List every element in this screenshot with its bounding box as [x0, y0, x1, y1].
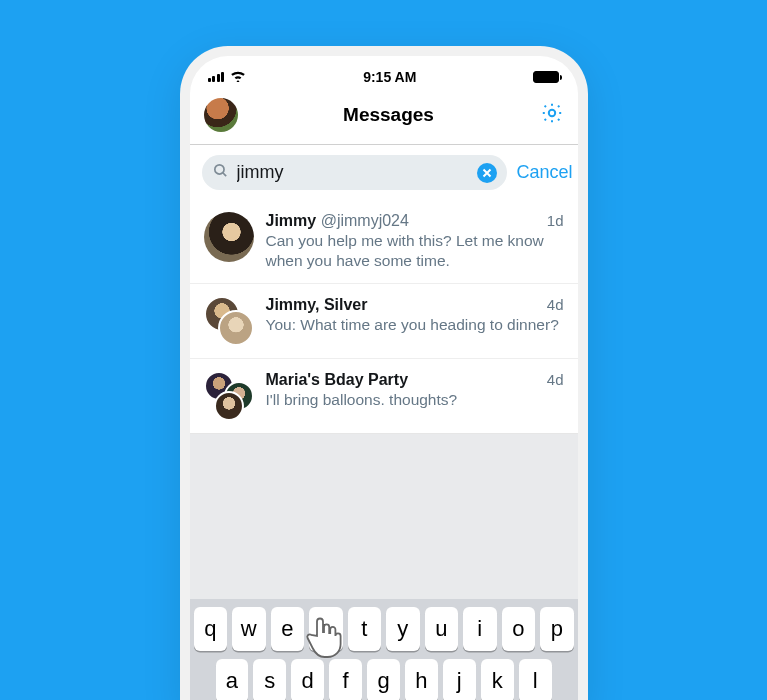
- battery-icon: [533, 71, 559, 83]
- key-i[interactable]: i: [463, 607, 497, 651]
- svg-line-2: [222, 173, 225, 176]
- key-j[interactable]: j: [443, 659, 476, 700]
- conversation-name: Maria's Bday Party: [266, 371, 409, 388]
- key-a[interactable]: a: [216, 659, 249, 700]
- phone-frame: 9:15 AM Messages: [180, 46, 588, 700]
- key-y[interactable]: y: [386, 607, 420, 651]
- key-r[interactable]: r: [309, 607, 343, 651]
- keyboard: qwertyuiop asdfghjkl: [190, 599, 578, 700]
- key-u[interactable]: u: [425, 607, 459, 651]
- search-box[interactable]: [202, 155, 507, 190]
- conversation-row[interactable]: Jimmy, Silver 4d You: What time are you …: [190, 283, 578, 358]
- keyboard-row-1: qwertyuiop: [194, 607, 574, 659]
- cell-signal-icon: [208, 72, 225, 82]
- conversation-handle: @jimmyj024: [321, 212, 409, 229]
- empty-space: [190, 434, 578, 599]
- conversation-preview: Can you help me with this? Let me know w…: [266, 231, 564, 271]
- key-l[interactable]: l: [519, 659, 552, 700]
- key-d[interactable]: d: [291, 659, 324, 700]
- key-f[interactable]: f: [329, 659, 362, 700]
- svg-point-1: [214, 165, 223, 174]
- conversation-time: 1d: [547, 212, 564, 230]
- conversation-list: Jimmy @jimmyj024 1d Can you help me with…: [190, 200, 578, 434]
- key-k[interactable]: k: [481, 659, 514, 700]
- status-time: 9:15 AM: [363, 69, 416, 85]
- conversation-name: Jimmy: [266, 212, 317, 229]
- keyboard-row-2: asdfghjkl: [194, 659, 574, 700]
- conversation-time: 4d: [547, 296, 564, 314]
- conversation-row[interactable]: Jimmy @jimmyj024 1d Can you help me with…: [190, 200, 578, 283]
- clear-search-button[interactable]: [477, 163, 497, 183]
- search-icon: [212, 162, 229, 183]
- conversation-avatar: [204, 212, 254, 262]
- header: Messages: [190, 88, 578, 145]
- key-t[interactable]: t: [348, 607, 382, 651]
- avatar[interactable]: [204, 98, 238, 132]
- cancel-button[interactable]: Cancel: [517, 162, 577, 183]
- conversation-row[interactable]: Maria's Bday Party 4d I'll bring balloon…: [190, 358, 578, 433]
- conversation-name: Jimmy, Silver: [266, 296, 368, 313]
- key-s[interactable]: s: [253, 659, 286, 700]
- wifi-icon: [230, 69, 246, 85]
- screen: 9:15 AM Messages: [190, 56, 578, 700]
- conversation-avatar-group: [204, 371, 254, 421]
- svg-point-0: [548, 110, 554, 116]
- key-w[interactable]: w: [232, 607, 266, 651]
- key-o[interactable]: o: [502, 607, 536, 651]
- conversation-avatar-group: [204, 296, 254, 346]
- gear-icon[interactable]: [540, 101, 564, 129]
- conversation-preview: You: What time are you heading to dinner…: [266, 315, 564, 335]
- status-bar: 9:15 AM: [190, 56, 578, 88]
- conversation-preview: I'll bring balloons. thoughts?: [266, 390, 564, 410]
- key-g[interactable]: g: [367, 659, 400, 700]
- page-title: Messages: [343, 104, 434, 126]
- search-input[interactable]: [237, 162, 469, 183]
- search-row: Cancel: [190, 145, 578, 200]
- key-h[interactable]: h: [405, 659, 438, 700]
- conversation-time: 4d: [547, 371, 564, 389]
- key-q[interactable]: q: [194, 607, 228, 651]
- key-p[interactable]: p: [540, 607, 574, 651]
- key-e[interactable]: e: [271, 607, 305, 651]
